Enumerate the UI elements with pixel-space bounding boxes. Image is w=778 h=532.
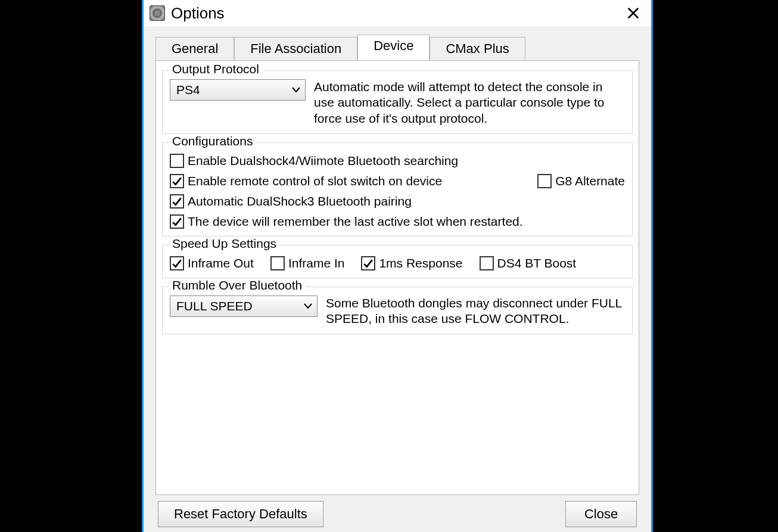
checkbox-remember-slot[interactable] [170, 214, 184, 229]
checkbox-label: Inframe In [288, 256, 345, 270]
window-title: Options [171, 4, 619, 23]
tab-label: General [172, 41, 218, 56]
checkbox-label: Inframe Out [188, 256, 254, 270]
group-legend: Configurations [169, 134, 256, 148]
checkbox-ds4-wiimote-bt[interactable] [170, 154, 184, 168]
rumble-select[interactable]: FULL SPEED [170, 295, 318, 317]
close-icon[interactable] [619, 2, 648, 24]
app-icon [150, 5, 165, 21]
checkbox-label: The device will remember the last active… [188, 214, 523, 229]
checkbox-g8-alternate[interactable] [537, 174, 552, 188]
tab-label: Device [374, 38, 413, 53]
tab-device[interactable]: Device [357, 35, 430, 60]
checkbox-label: Enable remote control of slot switch on … [188, 174, 442, 188]
titlebar: Options [144, 0, 651, 26]
checkbox-remote-slot[interactable] [170, 174, 184, 188]
options-window: Options General File Association Device … [142, 0, 653, 532]
group-legend: Rumble Over Bluetooth [169, 278, 306, 293]
close-button[interactable]: Close [565, 501, 637, 527]
checkbox-label: Automatic DualShock3 Bluetooth pairing [188, 194, 412, 209]
group-speed-up: Speed Up Settings Inframe Out Inframe In [162, 245, 633, 278]
output-protocol-description: Automatic mode will attempt to detect th… [314, 79, 625, 126]
dialog-footer: Reset Factory Defaults Close [155, 495, 639, 527]
group-rumble-over-bluetooth: Rumble Over Bluetooth FULL SPEED Some Bl… [162, 287, 633, 335]
checkbox-ds4-bt-boost[interactable] [480, 256, 494, 270]
tab-cmax-plus[interactable]: CMax Plus [430, 37, 525, 61]
checkbox-label: DS4 BT Boost [497, 256, 577, 270]
reset-factory-defaults-button[interactable]: Reset Factory Defaults [158, 501, 323, 527]
checkbox-inframe-in[interactable] [270, 256, 285, 270]
checkbox-ds3-bt-pairing[interactable] [170, 194, 184, 209]
group-configurations: Configurations Enable Dualshock4/Wiimote… [162, 142, 633, 237]
checkbox-inframe-out[interactable] [170, 256, 184, 270]
button-label: Reset Factory Defaults [174, 506, 307, 521]
group-legend: Output Protocol [169, 62, 263, 76]
output-protocol-select[interactable]: PS4 [170, 79, 306, 101]
group-output-protocol: Output Protocol PS4 Automatic mode will … [162, 70, 633, 134]
select-value: PS4 [176, 83, 200, 97]
chevron-down-icon [292, 85, 300, 95]
checkbox-1ms-response[interactable] [361, 256, 375, 270]
checkbox-label: G8 Alternate [555, 174, 625, 188]
checkbox-label: Enable Dualshock4/Wiimote Bluetooth sear… [188, 154, 458, 168]
tab-label: CMax Plus [446, 41, 509, 56]
rumble-description: Some Bluetooth dongles may disconnect un… [326, 295, 625, 327]
tabpage-device: Output Protocol PS4 Automatic mode will … [155, 60, 639, 495]
group-legend: Speed Up Settings [169, 237, 280, 251]
tab-file-association[interactable]: File Association [234, 37, 357, 61]
tab-label: File Association [250, 41, 341, 56]
tab-general[interactable]: General [155, 37, 234, 61]
button-label: Close [584, 506, 618, 521]
tab-strip: General File Association Device CMax Plu… [155, 35, 639, 60]
chevron-down-icon [304, 301, 312, 311]
client-area: General File Association Device CMax Plu… [144, 26, 651, 532]
checkbox-label: 1ms Response [379, 256, 462, 270]
select-value: FULL SPEED [176, 299, 253, 313]
